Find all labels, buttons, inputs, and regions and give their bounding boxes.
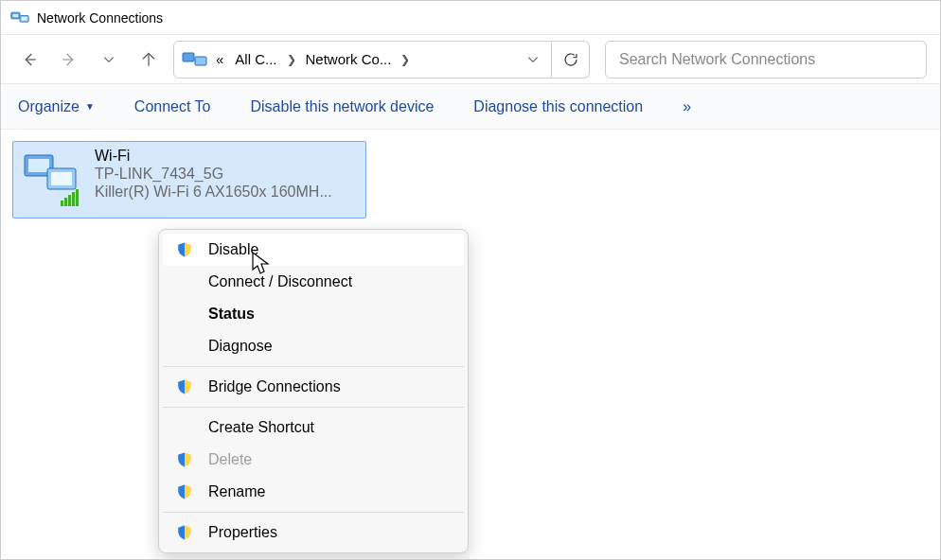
back-button[interactable] — [14, 44, 44, 75]
organize-label: Organize — [18, 98, 80, 115]
ctx-properties-label: Properties — [208, 524, 277, 541]
ctx-disable[interactable]: Disable — [163, 234, 464, 266]
svg-rect-9 — [51, 172, 72, 185]
window-titlebar: Network Connections — [1, 1, 940, 35]
diagnose-connection-label: Diagnose this connection — [473, 98, 643, 115]
ctx-disable-label: Disable — [208, 241, 258, 258]
ctx-create-shortcut[interactable]: Create Shortcut — [163, 411, 464, 444]
chevron-right-icon[interactable]: ❯ — [285, 53, 298, 66]
up-button[interactable] — [133, 44, 164, 75]
svg-rect-5 — [195, 57, 206, 65]
disable-device-button[interactable]: Disable this network device — [250, 98, 434, 115]
shield-icon — [176, 378, 193, 395]
adapter-text: Wi-Fi TP-LINK_7434_5G Killer(R) Wi-Fi 6 … — [95, 146, 332, 201]
navigation-bar: « All C... ❯ Network Co... ❯ — [1, 35, 940, 84]
refresh-button[interactable] — [552, 41, 590, 79]
arrow-up-icon — [140, 51, 157, 68]
address-breadcrumb[interactable]: « All C... ❯ Network Co... ❯ — [173, 41, 552, 79]
svg-rect-2 — [13, 13, 19, 16]
connect-to-button[interactable]: Connect To — [134, 98, 211, 115]
ctx-properties[interactable]: Properties — [163, 516, 464, 549]
diagnose-connection-button[interactable]: Diagnose this connection — [473, 98, 643, 115]
breadcrumb-seg-2[interactable]: Network Co... — [302, 51, 396, 67]
adapter-icon — [19, 146, 87, 214]
ctx-diagnose-label: Diagnose — [208, 338, 273, 355]
ctx-delete-label: Delete — [208, 451, 252, 468]
svg-rect-7 — [28, 159, 49, 172]
ctx-bridge-label: Bridge Connections — [208, 378, 341, 395]
svg-rect-10 — [61, 201, 63, 206]
ctx-shortcut-label: Create Shortcut — [208, 419, 314, 436]
overflow-button[interactable]: » — [683, 98, 691, 115]
shield-icon — [176, 241, 193, 258]
shield-icon — [176, 483, 193, 500]
svg-rect-13 — [72, 192, 75, 206]
ctx-connect-disconnect-label: Connect / Disconnect — [208, 273, 352, 290]
ctx-rename-label: Rename — [208, 483, 265, 500]
network-connections-icon — [10, 9, 29, 27]
arrow-left-icon — [21, 51, 38, 68]
forward-button[interactable] — [54, 44, 84, 75]
chevron-down-icon — [102, 53, 115, 66]
network-adapter-item[interactable]: Wi-Fi TP-LINK_7434_5G Killer(R) Wi-Fi 6 … — [12, 141, 366, 219]
breadcrumb-seg-1[interactable]: All C... — [231, 51, 280, 67]
shield-icon — [176, 524, 193, 541]
adapter-hardware: Killer(R) Wi-Fi 6 AX1650x 160MH... — [95, 184, 332, 201]
disable-device-label: Disable this network device — [250, 98, 434, 115]
caret-down-icon: ▼ — [85, 101, 95, 112]
location-icon — [182, 49, 208, 70]
adapter-ssid: TP-LINK_7434_5G — [95, 166, 332, 183]
window-title: Network Connections — [37, 10, 163, 26]
connect-to-label: Connect To — [134, 98, 211, 115]
svg-rect-11 — [64, 198, 67, 206]
adapter-name: Wi-Fi — [95, 148, 332, 165]
refresh-icon — [562, 51, 579, 68]
ctx-status[interactable]: Status — [163, 298, 464, 330]
context-menu: Disable Connect / Disconnect Status Diag… — [158, 229, 469, 553]
content-area: Wi-Fi TP-LINK_7434_5G Killer(R) Wi-Fi 6 … — [1, 130, 940, 230]
ctx-diagnose[interactable]: Diagnose — [163, 330, 464, 362]
menu-separator — [163, 512, 464, 513]
menu-separator — [163, 407, 464, 408]
svg-rect-4 — [183, 53, 194, 61]
svg-rect-12 — [68, 195, 71, 206]
recent-locations-button[interactable] — [94, 44, 124, 75]
organize-menu[interactable]: Organize ▼ — [18, 98, 95, 115]
ctx-status-label: Status — [208, 306, 255, 323]
ctx-rename[interactable]: Rename — [163, 476, 464, 508]
breadcrumb-dropdown[interactable] — [519, 53, 547, 66]
menu-separator — [163, 366, 464, 367]
chevron-right-icon[interactable]: ❯ — [399, 53, 412, 66]
ctx-connect-disconnect[interactable]: Connect / Disconnect — [163, 266, 464, 298]
ctx-bridge-connections[interactable]: Bridge Connections — [163, 371, 464, 403]
breadcrumb-prefix: « — [212, 51, 227, 67]
chevron-down-icon — [526, 53, 540, 66]
arrow-right-icon — [61, 51, 78, 68]
shield-icon — [176, 451, 193, 468]
ctx-delete: Delete — [163, 444, 464, 476]
svg-rect-14 — [76, 189, 79, 206]
search-input[interactable] — [605, 41, 927, 79]
svg-rect-3 — [22, 17, 27, 20]
command-bar: Organize ▼ Connect To Disable this netwo… — [1, 84, 940, 130]
